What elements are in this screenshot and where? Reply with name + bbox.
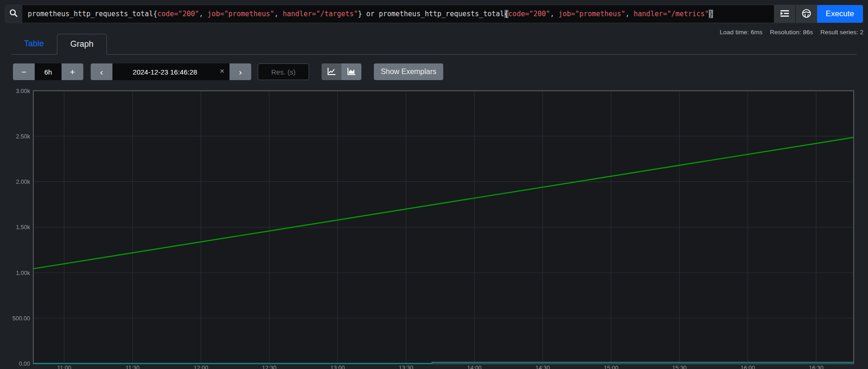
query-token: job="prometheus" [207, 10, 274, 18]
x-tick-label: 12:00 [194, 365, 208, 369]
graph-controls: − + ‹ × › [13, 63, 443, 80]
range-increase-button[interactable]: + [62, 63, 83, 80]
clear-time-icon[interactable]: × [220, 67, 224, 76]
x-tick-label: 11:00 [57, 365, 71, 369]
x-tick-label: 16:00 [740, 365, 755, 369]
time-back-button[interactable]: ‹ [91, 63, 112, 80]
query-token: prometheus_http_requests_total [379, 10, 504, 18]
query-token: , [199, 10, 207, 18]
x-tick-label: 15:30 [672, 365, 687, 369]
y-tick-label: 1.00k [16, 270, 30, 276]
tab-graph[interactable]: Graph [57, 34, 107, 55]
chart-type-toggle [322, 63, 361, 80]
query-token: job="prometheus" [558, 10, 626, 18]
query-token: } [358, 10, 362, 18]
x-tick-label: 15:00 [604, 365, 618, 369]
query-token: prometheus_http_requests_total [28, 10, 153, 18]
graph-panel: 0.00500.001.00k1.50k2.00k2.50k3.00k11:00… [0, 83, 868, 369]
tab-table[interactable]: Table [11, 34, 57, 55]
metrics-explorer-button[interactable] [774, 5, 795, 23]
globe-button[interactable] [795, 5, 817, 23]
stacked-chart-icon [347, 67, 356, 77]
y-tick-label: 2.50k [16, 133, 30, 140]
range-control-group: − + [13, 63, 83, 80]
x-tick-label: 13:30 [399, 365, 413, 369]
x-tick-label: 12:30 [262, 365, 276, 369]
query-token: or [362, 10, 379, 18]
y-tick-label: 500.00 [12, 315, 30, 322]
search-icon-addon [5, 5, 23, 23]
line-chart-toggle-button[interactable] [322, 63, 341, 80]
time-control-group: ‹ × › [91, 63, 251, 80]
query-bar: prometheus_http_requests_total{code="200… [5, 5, 863, 23]
range-input[interactable] [35, 63, 62, 80]
x-tick-label: 13:00 [330, 365, 345, 369]
execute-button[interactable]: Execute [817, 5, 863, 23]
query-token: , [274, 10, 283, 18]
search-icon [9, 9, 18, 19]
graph-canvas[interactable]: 0.00500.001.00k1.50k2.00k2.50k3.00k11:00… [0, 83, 868, 369]
line-chart-icon [327, 67, 336, 77]
x-tick-label: 14:00 [467, 365, 482, 369]
query-token: code="200" [157, 10, 199, 18]
stacked-chart-toggle-button[interactable] [341, 63, 361, 80]
x-tick-label: 14:30 [535, 365, 550, 369]
query-input[interactable]: prometheus_http_requests_total{code="200… [23, 5, 774, 23]
query-token: handler="/metrics" [634, 10, 709, 18]
globe-icon [802, 9, 811, 19]
time-forward-button[interactable]: › [229, 63, 251, 80]
show-exemplars-button[interactable]: Show Exemplars [374, 63, 443, 80]
x-tick-label: 11:30 [125, 365, 139, 369]
y-tick-label: 2.00k [16, 179, 30, 185]
query-token: } [709, 10, 713, 18]
query-token: , [625, 10, 633, 18]
datetime-input[interactable] [112, 63, 229, 80]
range-decrease-button[interactable]: − [13, 63, 35, 80]
y-tick-label: 0.00 [19, 361, 30, 367]
x-tick-label: 16:30 [809, 365, 823, 369]
query-token: { [504, 10, 508, 18]
query-token: code="200" [508, 10, 550, 18]
query-token: handler="/targets" [283, 10, 358, 18]
query-token: { [153, 10, 157, 18]
y-tick-label: 1.50k [16, 224, 30, 231]
panel-tabs: Table Graph [11, 34, 857, 55]
query-token: , [550, 10, 558, 18]
resolution-input[interactable] [258, 63, 309, 80]
metrics-explorer-icon [780, 9, 789, 19]
y-tick-label: 3.00k [16, 88, 30, 94]
